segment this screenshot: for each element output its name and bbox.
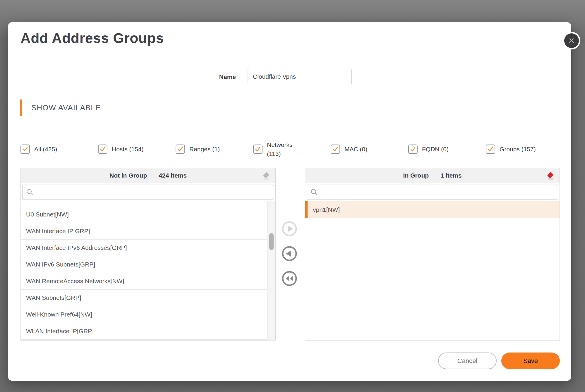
search-input[interactable] xyxy=(321,185,554,200)
checkmark-icon xyxy=(409,146,416,153)
section-header: SHOW AVAILABLE xyxy=(31,103,101,112)
search-icon xyxy=(26,188,34,196)
filter-label: MAC (0) xyxy=(344,145,367,154)
panel-count: 1 items xyxy=(440,172,462,179)
in-group-panel: In Group 1 items vpn1[NW] xyxy=(305,168,560,341)
checkmark-icon xyxy=(332,146,339,153)
filter-hosts: Hosts (154) xyxy=(98,145,176,154)
list-item[interactable]: WAN Interface IPv6 Addresses[GRP] xyxy=(21,240,267,256)
clear-group-icon[interactable] xyxy=(546,171,555,180)
list-item[interactable]: Well-Known Pref64[NW] xyxy=(21,306,267,323)
search-input[interactable] xyxy=(37,185,270,200)
in-group-search xyxy=(307,185,558,200)
selected-list-item[interactable]: vpn1[NW] xyxy=(305,201,560,218)
filter-mac: MAC (0) xyxy=(331,145,408,154)
filter-label: Networks (113) xyxy=(267,140,293,159)
list-item-partial[interactable] xyxy=(21,201,267,206)
list-item[interactable]: WAN Interface IP[GRP] xyxy=(21,223,267,240)
list-item[interactable]: WAN IPv6 Subnets[GRP] xyxy=(21,256,267,273)
add-address-groups-dialog: Add Address Groups Name SHOW AVAILABLE A… xyxy=(8,22,571,381)
search-icon xyxy=(310,188,318,196)
clear-list-icon[interactable] xyxy=(262,171,271,180)
list-item[interactable]: U0 Subnet[NW] xyxy=(21,206,267,223)
checkbox-networks[interactable] xyxy=(253,145,263,154)
double-arrow-left-icon xyxy=(281,270,298,287)
panel-title: Not in Group xyxy=(109,172,147,179)
not-in-group-list: U0 Subnet[NW] WAN Interface IP[GRP] WAN … xyxy=(21,201,267,340)
filter-label: Ranges (1) xyxy=(189,145,220,154)
in-group-header: In Group 1 items xyxy=(305,168,560,183)
filter-groups: Groups (157) xyxy=(486,145,563,154)
section-accent-bar xyxy=(20,99,22,116)
cancel-button[interactable]: Cancel xyxy=(438,353,497,369)
panel-count: 424 items xyxy=(159,172,187,179)
move-to-group-button[interactable] xyxy=(281,221,298,237)
filter-label: Groups (157) xyxy=(500,145,536,154)
name-field-label: Name xyxy=(190,73,236,80)
list-item-label: vpn1[NW] xyxy=(308,206,340,213)
save-button[interactable]: Save xyxy=(501,353,560,369)
filter-label: FQDN (0) xyxy=(422,145,449,154)
not-in-group-search xyxy=(22,185,274,200)
dialog-title: Add Address Groups xyxy=(20,30,164,46)
not-in-group-panel: Not in Group 424 items U0 Subnet[NW] WAN… xyxy=(20,168,276,341)
filter-ranges: Ranges (1) xyxy=(176,145,253,154)
checkmark-icon xyxy=(254,146,261,153)
filter-fqdn: FQDN (0) xyxy=(408,145,486,154)
checkmark-icon xyxy=(487,146,494,153)
filter-networks: Networks (113) xyxy=(253,140,331,159)
checkbox-groups[interactable] xyxy=(486,145,495,154)
scrollbar-track[interactable] xyxy=(267,201,275,340)
close-icon xyxy=(567,36,576,45)
scrollbar-thumb[interactable] xyxy=(269,233,274,250)
checkmark-icon xyxy=(177,146,184,153)
list-item[interactable]: WAN Subnets[GRP] xyxy=(21,290,267,306)
not-in-group-header: Not in Group 424 items xyxy=(21,168,275,183)
filter-label: Hosts (154) xyxy=(112,145,144,154)
checkmark-icon xyxy=(99,146,106,153)
remove-from-group-button[interactable] xyxy=(281,245,298,262)
list-item[interactable]: WAN RemoteAccess Networks[NW] xyxy=(21,273,267,290)
list-item[interactable]: WLAN Interface IP[GRP] xyxy=(21,323,267,340)
remove-all-from-group-button[interactable] xyxy=(281,270,298,287)
type-filter-row: All (425) Hosts (154) Ranges (1) Network… xyxy=(20,133,563,165)
checkbox-mac[interactable] xyxy=(331,145,340,154)
checkmark-icon xyxy=(22,146,29,153)
panel-title: In Group xyxy=(403,172,429,179)
filter-label: All (425) xyxy=(34,145,57,154)
checkbox-ranges[interactable] xyxy=(176,145,185,154)
filter-all: All (425) xyxy=(20,145,98,154)
arrow-left-icon xyxy=(281,245,298,262)
close-button[interactable] xyxy=(563,32,580,49)
checkbox-hosts[interactable] xyxy=(98,145,107,154)
arrow-right-icon xyxy=(281,221,298,237)
checkbox-all[interactable] xyxy=(20,145,30,154)
checkbox-fqdn[interactable] xyxy=(408,145,418,154)
name-input[interactable] xyxy=(248,69,352,84)
selection-accent-bar xyxy=(305,201,308,218)
